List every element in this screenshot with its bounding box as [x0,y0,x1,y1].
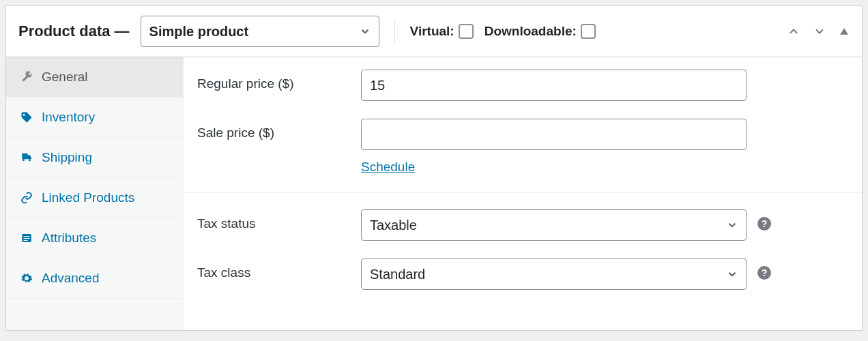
tab-advanced[interactable]: Advanced [6,258,183,299]
tax-status-row: Tax status Taxable ? [197,197,848,246]
separator [394,20,395,43]
tab-general[interactable]: General [6,57,183,98]
svg-marker-0 [840,28,848,34]
move-up-button[interactable] [787,25,800,38]
panel-header: Product data — Simple product Virtual: D… [6,6,862,57]
regular-price-label: Regular price ($) [197,70,361,91]
virtual-checkbox[interactable] [459,24,474,39]
regular-price-input[interactable] [361,70,747,101]
panel-title: Product data — [18,23,130,40]
tax-status-select[interactable]: Taxable [361,209,747,241]
truck-icon [20,151,33,164]
tax-class-select[interactable]: Standard [361,258,747,290]
tax-status-label: Tax status [197,209,361,231]
tab-label: General [42,70,88,85]
tab-label: Advanced [42,271,100,286]
gear-icon [20,271,33,285]
tab-content-general: Regular price ($) Sale price ($) Schedul… [184,57,862,330]
move-down-button[interactable] [813,25,826,38]
downloadable-checkbox-group: Downloadable: [484,24,596,39]
sale-price-row: Sale price ($) Schedule [197,106,848,180]
tax-status-select-wrap: Taxable [361,209,747,241]
svg-rect-4 [24,240,28,241]
tabs-sidebar: General Inventory Shipping Linked Produc… [6,57,184,330]
tab-inventory[interactable]: Inventory [6,98,183,138]
panel-handles [787,25,850,38]
sale-price-input[interactable] [361,119,747,150]
tab-label: Linked Products [42,190,134,205]
svg-rect-2 [24,236,30,237]
tab-label: Inventory [42,110,95,125]
toggle-panel-button[interactable] [839,26,850,37]
virtual-label: Virtual: [410,24,454,39]
tab-attributes[interactable]: Attributes [6,218,183,258]
regular-price-row: Regular price ($) [197,57,848,106]
wrench-icon [20,70,33,84]
help-icon[interactable]: ? [757,217,771,231]
tab-label: Shipping [42,150,92,165]
panel-body: General Inventory Shipping Linked Produc… [6,57,862,330]
product-type-select[interactable]: Simple product [141,16,379,47]
tax-class-label: Tax class [197,258,361,280]
schedule-link[interactable]: Schedule [361,160,415,175]
virtual-checkbox-group: Virtual: [410,24,474,39]
svg-rect-3 [24,238,30,239]
tab-label: Attributes [42,231,96,246]
field-group-separator [184,192,862,193]
tab-linked-products[interactable]: Linked Products [6,178,183,218]
downloadable-label: Downloadable: [484,24,577,39]
tax-class-select-wrap: Standard [361,258,747,290]
tax-class-row: Tax class Standard ? [197,246,848,295]
sale-price-label: Sale price ($) [197,119,361,140]
tab-shipping[interactable]: Shipping [6,138,183,178]
product-data-panel: Product data — Simple product Virtual: D… [5,5,863,331]
product-type-select-wrap: Simple product [141,16,379,47]
link-icon [20,191,33,205]
downloadable-checkbox[interactable] [581,24,596,39]
help-icon[interactable]: ? [757,266,771,280]
list-icon [20,231,33,245]
tag-icon [20,110,33,124]
